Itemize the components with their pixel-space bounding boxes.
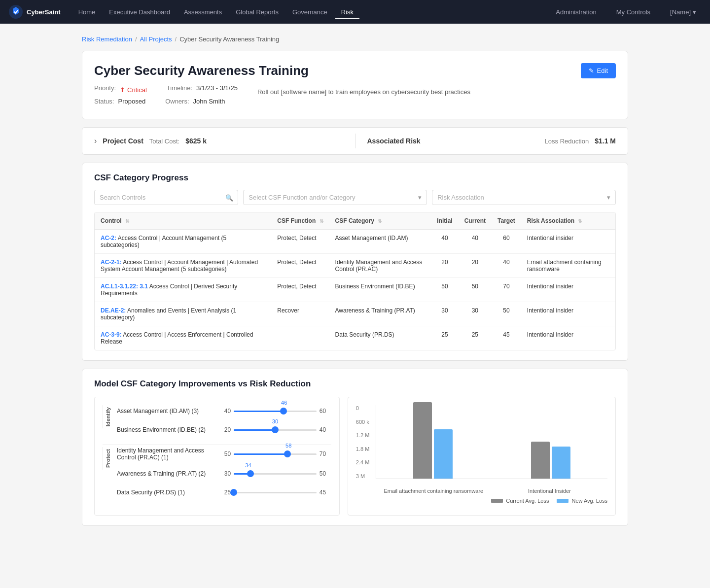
target-cell: 70	[492, 278, 521, 302]
nav-home[interactable]: Home	[72, 5, 102, 19]
control-link[interactable]: AC.L1-3.1.22: 3.1	[101, 283, 148, 290]
csf-function-filter[interactable]: Select CSF Function and/or Category ▾	[243, 190, 427, 205]
risk-association-cell: Intentional insider	[521, 278, 615, 302]
priority-label: Priority:	[94, 84, 116, 96]
sort-icon[interactable]: ⇅	[578, 218, 582, 224]
slider-thumb[interactable]: 46	[280, 408, 287, 415]
initial-cell: 30	[431, 302, 458, 326]
priority-value: ⬆ Critical	[120, 84, 147, 96]
nav-user-menu[interactable]: [Name] ▾	[664, 5, 702, 19]
target-cell: 50	[492, 302, 521, 326]
status-label: Status:	[94, 98, 114, 105]
control-cell: AC-3-9: Access Control | Access Enforcem…	[95, 326, 271, 350]
control-cell: AC-2: Access Control | Account Managemen…	[95, 230, 271, 254]
sort-icon[interactable]: ⇅	[320, 218, 323, 224]
slider-row-label: Awareness & Training (PR.AT) (2)	[117, 470, 216, 477]
logo[interactable]: CyberSaint	[8, 4, 61, 20]
filters: 🔍 Select CSF Function and/or Category ▾ …	[94, 190, 616, 205]
csf-category-cell: Identity Management and Access Control (…	[329, 254, 431, 278]
current-cell: 40	[459, 230, 492, 254]
slider-thumb[interactable]: 30	[272, 426, 279, 433]
breadcrumb-current: Cyber Security Awareness Training	[179, 35, 279, 43]
chart-area: 3 M2.4 M1.8 M1.2 M600 k0 Email attachmen…	[356, 405, 607, 494]
sort-icon[interactable]: ⇅	[378, 218, 382, 224]
slider-row: Asset Management (ID.AM) (3)404660	[117, 405, 331, 417]
slider-min: 40	[219, 408, 231, 415]
nav-risk[interactable]: Risk	[335, 5, 359, 19]
nav-administration[interactable]: Administration	[550, 5, 602, 19]
search-input[interactable]	[94, 190, 238, 205]
main-content: Risk Remediation / All Projects / Cyber …	[74, 24, 636, 538]
slider-thumb[interactable]	[230, 489, 237, 496]
slider-group: IdentifyAsset Management (ID.AM) (3)4046…	[103, 405, 331, 443]
risk-association-cell: Email attachment containing ransomware	[521, 254, 615, 278]
control-link[interactable]: AC-2-1:	[101, 259, 122, 266]
owners-value: John Smith	[193, 98, 225, 105]
breadcrumb-sep-2: /	[175, 35, 177, 43]
nav-governance[interactable]: Governance	[286, 5, 333, 19]
slider-container[interactable]: 46	[234, 405, 317, 417]
cost-risk-section: › Project Cost Total Cost: $625 k Associ…	[82, 127, 628, 155]
legend-color	[557, 499, 568, 503]
chevron-down-icon: ▾	[693, 8, 696, 16]
model-section: Model CSF Category Improvements vs Risk …	[82, 369, 628, 526]
slider-min: 20	[219, 426, 231, 433]
csf-function-cell: Protect, Detect	[271, 278, 329, 302]
group-label: Identify	[103, 405, 113, 428]
csf-section-title: CSF Category Progress	[94, 173, 616, 183]
bar-new	[434, 429, 453, 479]
description: Roll out [software name] to train employ…	[257, 88, 470, 96]
slider-row-label: Identity Management and Access Control (…	[117, 447, 216, 461]
loss-reduction-value: $1.1 M	[595, 137, 616, 145]
bar-group	[376, 402, 490, 479]
slider-group: ProtectIdentity Management and Access Co…	[103, 447, 331, 505]
target-cell: 60	[492, 230, 521, 254]
model-content: IdentifyAsset Management (ID.AM) (3)4046…	[94, 397, 616, 516]
total-cost-label: Total Cost:	[149, 138, 179, 145]
breadcrumb-risk-remediation[interactable]: Risk Remediation	[82, 35, 132, 43]
slider-row-label: Business Environment (ID.BE) (2)	[117, 426, 216, 433]
slider-thumb[interactable]: 58	[284, 450, 291, 457]
slider-container[interactable]: 34	[234, 468, 317, 480]
chart-panel: 3 M2.4 M1.8 M1.2 M600 k0 Email attachmen…	[348, 397, 616, 516]
y-label: 600 k	[356, 419, 374, 425]
project-cost-block: › Project Cost Total Cost: $625 k	[82, 128, 355, 154]
control-link[interactable]: AC-3-9:	[101, 331, 122, 338]
csf-function-cell	[271, 326, 329, 350]
slider-max: 70	[320, 450, 331, 457]
slider-row: Business Environment (ID.BE) (2)203040	[117, 424, 331, 436]
nav-assessments[interactable]: Assessments	[178, 5, 228, 19]
control-link[interactable]: AC-2:	[101, 235, 116, 242]
risk-association-cell: Intentional insider	[521, 302, 615, 326]
status-value: Proposed	[118, 98, 145, 105]
nav-global-reports[interactable]: Global Reports	[230, 5, 284, 19]
nav-right: Administration My Controls [Name] ▾	[550, 5, 702, 19]
slider-container[interactable]: 58	[234, 448, 317, 460]
slider-container[interactable]: 30	[234, 424, 317, 436]
control-link[interactable]: DE.AE-2:	[101, 307, 126, 314]
y-label: 3 M	[356, 473, 374, 479]
slider-row: Data Security (PR.DS) (1)2545	[117, 486, 331, 498]
col-control: Control ⇅	[95, 212, 271, 230]
chevron-down-icon: ▾	[418, 194, 422, 201]
slider-value-label: 34	[245, 462, 251, 468]
navigation: CyberSaint Home Executive Dashboard Asse…	[0, 0, 710, 24]
csf-function-cell: Recover	[271, 302, 329, 326]
breadcrumb-all-projects[interactable]: All Projects	[140, 35, 172, 43]
slider-value-label: 30	[272, 418, 278, 424]
nav-my-controls[interactable]: My Controls	[610, 5, 656, 19]
slider-panel: IdentifyAsset Management (ID.AM) (3)4046…	[94, 397, 340, 516]
group-rows: Identity Management and Access Control (…	[117, 447, 331, 505]
slider-thumb[interactable]: 34	[247, 470, 254, 477]
nav-executive-dashboard[interactable]: Executive Dashboard	[103, 5, 176, 19]
project-cost-chevron[interactable]: ›	[94, 137, 97, 145]
col-csf-function: CSF Function ⇅	[271, 212, 329, 230]
sort-icon[interactable]: ⇅	[125, 218, 129, 224]
slider-container[interactable]	[234, 486, 317, 498]
slider-max: 45	[320, 489, 331, 496]
risk-association-filter[interactable]: Risk Association ▾	[432, 190, 616, 205]
chart-y-labels: 3 M2.4 M1.8 M1.2 M600 k0	[356, 405, 374, 479]
timeline-value: 3/1/23 - 3/1/25	[196, 84, 238, 96]
edit-button[interactable]: ✎ Edit	[581, 63, 616, 78]
loss-reduction-label: Loss Reduction	[545, 138, 589, 145]
